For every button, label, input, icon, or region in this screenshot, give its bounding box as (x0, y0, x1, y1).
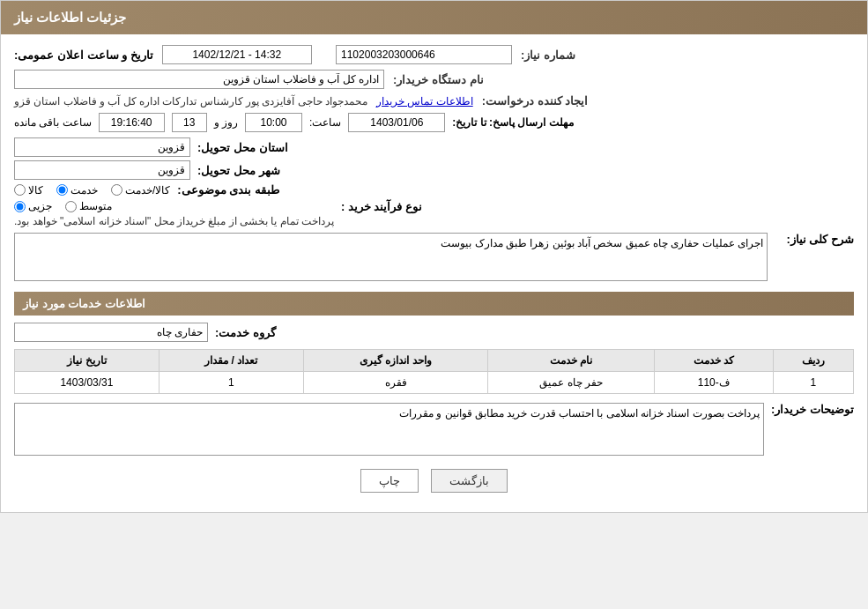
khadamat-title: اطلاعات خدمات مورد نیاز (23, 297, 145, 310)
radio-kala-khedmat[interactable]: کالا/خدمت (111, 184, 170, 197)
radio-motevaset-input[interactable] (65, 201, 77, 212)
roz-input[interactable] (172, 113, 207, 132)
radio-kala-khedmat-input[interactable] (111, 184, 122, 196)
tozihat-content: پرداخت بصورت اسناد خزانه اسلامی با احتسا… (14, 403, 764, 456)
nameKhardar-label: نام دستگاه خریدار: (393, 73, 484, 86)
tarikh-aalan-input[interactable] (162, 45, 312, 64)
cell-radif: 1 (773, 372, 853, 394)
main-content: شماره نیاز: تاریخ و ساعت اعلان عمومی: نا… (1, 34, 867, 512)
radio-khedmat[interactable]: خدمت (56, 184, 98, 197)
radio-motevaset-label: متوسط (79, 200, 112, 212)
tozihat-label: توضیحات خریدار: (771, 403, 854, 416)
clock-input[interactable] (99, 113, 165, 132)
cell-tedad: 1 (159, 372, 303, 394)
back-button[interactable]: بازگشت (431, 469, 508, 493)
radio-kala-khedmat-label: کالا/خدمت (125, 184, 170, 197)
time-label: ساعت: (309, 116, 341, 129)
roz-label: روز و (214, 116, 238, 129)
sharh-content: اجرای عملیات حفاری چاه عمیق سخص آباد بوئ… (14, 233, 768, 281)
button-row: بازگشت چاپ (14, 469, 854, 493)
print-button[interactable]: چاپ (360, 469, 419, 493)
radio-kala-label: کالا (28, 184, 43, 197)
time-input[interactable] (245, 113, 302, 132)
shomareNiaz-label: شماره نیاز: (521, 48, 575, 62)
shahr-label: شهر محل تحویل: (197, 164, 280, 177)
radio-khedmat-label: خدمت (70, 184, 98, 197)
noe-desc: پرداخت تمام یا بخشی از مبلغ خریداز محل "… (14, 215, 334, 227)
shomareNiaz-input[interactable] (336, 45, 512, 64)
cell-tarikh: 1403/03/31 (15, 372, 160, 394)
radio-motevaset[interactable]: متوسط (65, 200, 112, 212)
cell-nam: حفر چاه عمیق (488, 372, 655, 394)
col-tarikh: تاریخ نیاز (15, 350, 160, 372)
tabaqe-radio-group: کالا/خدمت خدمت کالا (14, 184, 170, 197)
group-input[interactable] (14, 323, 208, 342)
sharh-label: شرح کلی نیاز: (775, 233, 854, 246)
tarikh-aalan-label: تاریخ و ساعت اعلان عمومی: (14, 48, 153, 62)
col-vahed: واحد اندازه گیری (303, 350, 488, 372)
radio-kala-input[interactable] (14, 184, 26, 196)
khadamat-section-title: اطلاعات خدمات مورد نیاز (14, 292, 854, 316)
radio-jozi-input[interactable] (14, 201, 26, 212)
radio-jozi-label: جزیی (28, 200, 52, 212)
services-table: ردیف کد خدمت نام خدمت واحد اندازه گیری ت… (14, 349, 854, 394)
col-tedad: تعداد / مقدار (159, 350, 303, 372)
mohlat-label: مهلت ارسال پاسخ: تا تاریخ: (452, 116, 573, 129)
cell-vahed: فقره (303, 372, 488, 394)
radio-kala[interactable]: کالا (14, 184, 43, 197)
page-title: جزئیات اطلاعات نیاز (14, 10, 126, 25)
cell-kod: ف-110 (654, 372, 773, 394)
page-header: جزئیات اطلاعات نیاز (1, 1, 867, 34)
tabaqe-label: طبقه بندی موضوعی: (177, 183, 279, 197)
nameKhardar-input[interactable] (14, 70, 384, 89)
col-nam: نام خدمت (488, 350, 655, 372)
col-radif: ردیف (773, 350, 853, 372)
radio-jozi[interactable]: جزیی (14, 200, 52, 212)
ijadKonande-value: محمدجواد حاجی آفایزدی پور کارشناس تدارکا… (14, 95, 367, 108)
tozihat-value: پرداخت بصورت اسناد خزانه اسلامی با احتسا… (399, 407, 760, 420)
noe-label: نوع فرآیند خرید : (341, 200, 422, 213)
table-row: 1 ف-110 حفر چاه عمیق فقره 1 1403/03/31 (15, 372, 854, 394)
sharh-value: اجرای عملیات حفاری چاه عمیق سخص آباد بوئ… (441, 237, 763, 249)
ostan-label: استان محل تحویل: (197, 141, 288, 154)
col-kod: کد خدمت (654, 350, 773, 372)
shahr-input[interactable] (14, 160, 190, 180)
group-label: گروه خدمت: (215, 326, 276, 339)
ostan-input[interactable] (14, 137, 190, 157)
page-wrapper: جزئیات اطلاعات نیاز شماره نیاز: تاریخ و … (0, 0, 868, 513)
ettelaat-link[interactable]: اطلاعات تماس خریدار (376, 95, 473, 108)
radio-khedmat-input[interactable] (56, 184, 68, 196)
date-input[interactable] (348, 113, 445, 132)
ijadKonande-label: ایجاد کننده درخواست: (482, 94, 589, 108)
noe-content: متوسط جزیی پرداخت تمام یا بخشی از مبلغ خ… (14, 200, 334, 227)
baghimande-label: ساعت باقی مانده (14, 116, 92, 129)
